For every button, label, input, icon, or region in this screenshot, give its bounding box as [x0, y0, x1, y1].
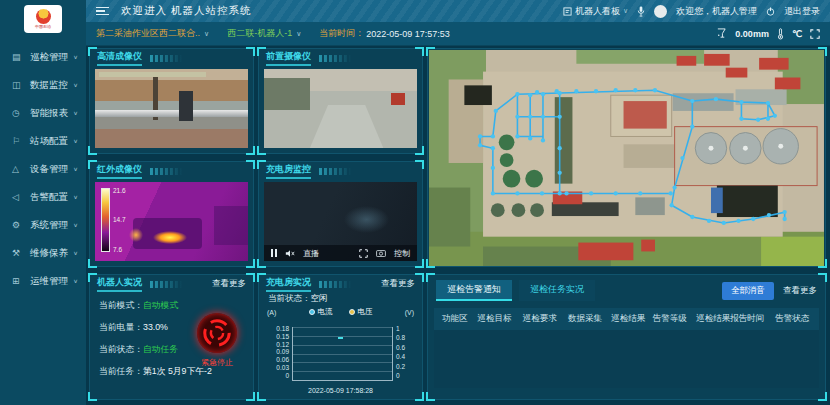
left-axis-ticks: 0.180.15 0.120.09 0.060.03 0 — [267, 327, 289, 381]
sidebar-item-label: 运维管理 — [30, 275, 68, 288]
grid-icon: ⊞ — [12, 276, 25, 286]
wrench-icon: ⚒ — [12, 248, 25, 258]
table-header-row: 功能区 巡检目标 巡检要求 数据采集 巡检结果 告警等级 巡检结果报告时间 告警… — [434, 308, 819, 330]
thermal-hotspot — [129, 228, 143, 242]
x-axis-time: 2022-05-09 17:58:28 — [267, 387, 414, 394]
panel-title: 充电房实况 — [266, 276, 311, 292]
sidebar-item-system-mgmt[interactable]: ⚙ 系统管理 ∨ — [0, 211, 86, 239]
front-camera-video — [264, 69, 417, 148]
estop-label: 紧急停止 — [191, 357, 243, 368]
pipeline — [95, 110, 248, 117]
chevron-down-icon: ∨ — [73, 82, 78, 88]
sidebar-item-patrol[interactable]: ▤ 巡检管理 ∨ — [0, 43, 86, 71]
sidebar-item-label: 维修保养 — [30, 247, 68, 260]
chevron-down-icon: ∨ — [296, 30, 301, 38]
facility-aerial-map[interactable] — [429, 50, 824, 266]
current-voltage-chart: 0.180.15 0.120.09 0.060.03 0 10.8 0.60.4… — [267, 327, 414, 393]
charge-status-value: 空闲 — [311, 293, 328, 305]
sidebar-item-data-monitor[interactable]: ◫ 数据监控 ∨ — [0, 71, 86, 99]
tab-alarm-notice[interactable]: 巡检告警通知 — [436, 280, 512, 301]
legend-voltage[interactable]: 电压 — [349, 307, 373, 317]
chevron-down-icon: ∨ — [73, 54, 78, 60]
mute-all-button[interactable]: 全部消音 — [722, 282, 774, 300]
rain-gauge-icon — [716, 28, 727, 39]
company-logo: 中国石油 — [24, 5, 62, 33]
sidebar-item-label: 设备管理 — [30, 163, 68, 176]
sidebar-item-device-mgmt[interactable]: △ 设备管理 ∨ — [0, 155, 86, 183]
hamburger-menu-icon[interactable] — [96, 7, 109, 16]
panel-title: 充电房监控 — [266, 163, 311, 179]
control-label[interactable]: 控制 — [394, 248, 410, 259]
chevron-down-icon: ∨ — [623, 7, 628, 15]
current-time-label: 当前时间： — [319, 27, 364, 40]
chevron-down-icon: ∨ — [204, 30, 209, 38]
sidebar-item-alarm-config[interactable]: ◁ 告警配置 ∨ — [0, 183, 86, 211]
power-icon — [766, 7, 775, 16]
emergency-stop-button[interactable] — [197, 313, 237, 353]
sidebar-item-label: 巡检管理 — [30, 51, 68, 64]
data-blip — [338, 337, 343, 339]
sidebar-item-station-config[interactable]: ⚐ 站场配置 ∨ — [0, 127, 86, 155]
sidebar-item-label: 智能报表 — [30, 107, 68, 120]
sidebar-item-label: 数据监控 — [30, 79, 68, 92]
sidebar-item-maintenance[interactable]: ⚒ 维修保养 ∨ — [0, 239, 86, 267]
sidebar-item-label: 站场配置 — [30, 135, 68, 148]
monitor-icon: ◫ — [12, 80, 25, 90]
view-more-link[interactable]: 查看更多 — [783, 285, 817, 297]
chevron-down-icon: ∨ — [73, 138, 78, 144]
device-icon: △ — [12, 164, 25, 174]
robot-station-app: 中国石油 ▤ 巡检管理 ∨ ◫ 数据监控 ∨ ◷ 智能报表 ∨ ⚐ 站场配置 ∨… — [0, 0, 830, 405]
sub-header: 第二采油作业区西二联合.. ∨ 西二联-机器人-1 ∨ 当前时间： 2022-0… — [86, 22, 830, 46]
battery-label: 当前电量： — [99, 322, 143, 334]
view-more-link[interactable]: 查看更多 — [212, 278, 246, 290]
sidebar-item-ops-mgmt[interactable]: ⊞ 运维管理 ∨ — [0, 267, 86, 295]
red-hut — [391, 93, 405, 105]
robot-select[interactable]: 西二联-机器人-1 ∨ — [227, 27, 301, 40]
live-label: 直播 — [303, 248, 319, 259]
equalizer-decoration — [150, 281, 184, 288]
snapshot-icon[interactable] — [376, 249, 386, 257]
equalizer-decoration — [319, 55, 353, 62]
main-content: 高清成像仪 前置摄像仪 — [86, 46, 830, 405]
speaker-icon: ◁ — [12, 192, 25, 202]
kanban-label: 机器人看板 — [575, 5, 620, 18]
logout-button[interactable]: 退出登录 — [784, 5, 820, 18]
status-label: 当前状态： — [99, 344, 143, 356]
left-axis-unit: (A) — [267, 309, 293, 316]
microphone-icon[interactable] — [637, 6, 645, 17]
chevron-down-icon: ∨ — [73, 222, 78, 228]
celsius-unit: ℃ — [792, 29, 802, 39]
table-body-empty — [434, 330, 819, 388]
charge-room-video: 直播 控制 — [264, 182, 417, 261]
user-avatar[interactable] — [654, 5, 667, 18]
tab-task-live[interactable]: 巡检任务实况 — [519, 280, 595, 301]
pause-icon[interactable] — [271, 249, 277, 257]
station-select[interactable]: 第二采油作业区西二联合.. ∨ — [96, 27, 209, 40]
patrol-icon: ▤ — [12, 52, 25, 62]
thermometer-icon — [777, 28, 784, 40]
fullscreen-icon[interactable] — [359, 249, 368, 258]
sidebar-item-label: 告警配置 — [30, 191, 68, 204]
mode-value: 自动模式 — [143, 300, 178, 312]
view-more-link[interactable]: 查看更多 — [381, 278, 415, 290]
equalizer-decoration — [319, 168, 353, 175]
room-light — [344, 206, 390, 234]
fullscreen-icon[interactable] — [810, 29, 820, 39]
battery-value: 33.0% — [143, 322, 168, 334]
chevron-down-icon: ∨ — [73, 250, 78, 256]
mute-icon[interactable] — [285, 249, 295, 258]
current-time-value: 2022-05-09 17:57:53 — [366, 29, 450, 39]
kanban-dropdown[interactable]: 机器人看板 ∨ — [563, 5, 628, 18]
page-title: 欢迎进入 机器人站控系统 — [121, 4, 251, 18]
mode-label: 当前模式： — [99, 300, 143, 312]
petro-sun-icon — [36, 9, 51, 24]
estop-ring-icon — [201, 317, 233, 349]
thermal-scale-bar — [101, 188, 110, 251]
legend-current[interactable]: 电流 — [309, 307, 333, 317]
right-axis-unit: (V) — [388, 309, 414, 316]
right-axis-ticks: 10.8 0.60.4 0.20 — [396, 327, 414, 381]
panel-title: 前置摄像仪 — [266, 50, 311, 66]
clock-icon: ◷ — [12, 108, 25, 118]
flag-icon: ⚐ — [12, 136, 25, 146]
sidebar-item-smart-report[interactable]: ◷ 智能报表 ∨ — [0, 99, 86, 127]
